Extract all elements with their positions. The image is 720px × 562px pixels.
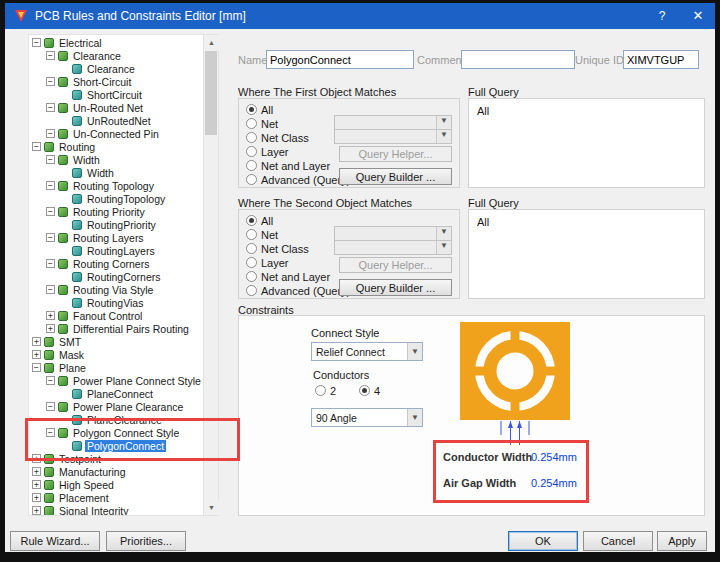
tree-item[interactable]: UnRoutedNet <box>29 114 203 127</box>
tree-item[interactable]: PlaneClearance <box>29 413 203 426</box>
radio-advanced-query[interactable] <box>246 174 257 185</box>
tree-item[interactable]: +High Speed <box>29 478 203 491</box>
radio-net-and-layer[interactable] <box>246 271 257 282</box>
radio-net-class[interactable] <box>246 132 257 143</box>
expand-icon[interactable]: + <box>46 311 55 320</box>
match1-option-layer[interactable]: Layer <box>246 145 289 158</box>
radio-advanced-query[interactable] <box>246 285 257 296</box>
radio-net[interactable] <box>246 229 257 240</box>
tree-item[interactable]: −Routing Via Style <box>29 283 203 296</box>
expand-icon[interactable]: + <box>32 480 41 489</box>
angle-combo[interactable]: 90 Angle ▼ <box>311 408 423 427</box>
help-button[interactable]: ? <box>645 3 679 29</box>
radio-net[interactable] <box>246 118 257 129</box>
tree-item[interactable]: +Testpoint <box>29 452 203 465</box>
unique-id-input[interactable] <box>623 50 699 69</box>
match1-option-netandlayer[interactable]: Net and Layer <box>246 159 330 172</box>
tree-item[interactable]: +Placement <box>29 491 203 504</box>
match1-option-netclass[interactable]: Net Class <box>246 131 309 144</box>
collapse-icon[interactable]: − <box>46 103 55 112</box>
radio-conductors-4[interactable] <box>359 385 370 396</box>
match1-option-advanced[interactable]: Advanced (Query) <box>246 173 350 186</box>
collapse-icon[interactable]: − <box>32 363 41 372</box>
tree-item[interactable]: Width <box>29 166 203 179</box>
tree-item[interactable]: RoutingVias <box>29 296 203 309</box>
tree-item[interactable]: +Mask <box>29 348 203 361</box>
collapse-icon[interactable]: − <box>46 233 55 242</box>
rule-wizard-button[interactable]: Rule Wizard... <box>10 531 100 551</box>
tree-item[interactable]: Clearance <box>29 62 203 75</box>
query-builder-button[interactable]: Query Builder ... <box>339 168 452 185</box>
tree-item[interactable]: −Un-Connected Pin <box>29 127 203 140</box>
collapse-icon[interactable]: − <box>46 181 55 190</box>
collapse-icon[interactable]: − <box>46 402 55 411</box>
conductors-4-option[interactable]: 4 <box>359 384 380 397</box>
close-button[interactable]: ✕ <box>681 3 715 29</box>
conductors-2-option[interactable]: 2 <box>315 384 336 397</box>
tree-item[interactable]: −Short-Circuit <box>29 75 203 88</box>
collapse-icon[interactable]: − <box>46 129 55 138</box>
expand-icon[interactable]: + <box>46 324 55 333</box>
query-builder-button[interactable]: Query Builder ... <box>339 279 452 296</box>
cancel-button[interactable]: Cancel <box>583 531 653 551</box>
match2-option-advanced[interactable]: Advanced (Query) <box>246 284 350 297</box>
match2-option-netandlayer[interactable]: Net and Layer <box>246 270 330 283</box>
tree-item[interactable]: RoutingPriority <box>29 218 203 231</box>
collapse-icon[interactable]: − <box>46 51 55 60</box>
tree-item[interactable]: −Clearance <box>29 49 203 62</box>
match1-option-net[interactable]: Net <box>246 117 278 130</box>
tree-item[interactable]: −Power Plane Connect Style <box>29 374 203 387</box>
expand-icon[interactable]: + <box>32 467 41 476</box>
collapse-icon[interactable]: − <box>32 142 41 151</box>
collapse-icon[interactable]: − <box>46 155 55 164</box>
tree-item[interactable]: −Electrical <box>29 36 203 49</box>
connect-style-combo[interactable]: Relief Connect ▼ <box>311 342 423 361</box>
tree-item[interactable]: PolygonConnect <box>29 439 203 452</box>
tree-item[interactable]: −Power Plane Clearance <box>29 400 203 413</box>
tree-scrollbar[interactable]: ▲ ▼ <box>203 35 218 515</box>
expand-icon[interactable]: + <box>32 506 41 515</box>
expand-icon[interactable]: + <box>32 350 41 359</box>
expand-icon[interactable]: + <box>32 454 41 463</box>
expand-icon[interactable]: + <box>32 493 41 502</box>
collapse-icon[interactable]: − <box>46 376 55 385</box>
match2-option-layer[interactable]: Layer <box>246 256 289 269</box>
match2-option-net[interactable]: Net <box>246 228 278 241</box>
priorities-button[interactable]: Priorities... <box>106 531 186 551</box>
scroll-down-icon[interactable]: ▼ <box>204 500 219 515</box>
tree-item[interactable]: +Differential Pairs Routing <box>29 322 203 335</box>
tree-item[interactable]: RoutingLayers <box>29 244 203 257</box>
tree-item[interactable]: ShortCircuit <box>29 88 203 101</box>
name-input[interactable] <box>266 50 414 69</box>
radio-all[interactable] <box>246 215 257 226</box>
air-gap-width-value[interactable]: 0.254mm <box>531 476 577 490</box>
tree-item[interactable]: +Fanout Control <box>29 309 203 322</box>
tree-item[interactable]: +SMT <box>29 335 203 348</box>
tree-item[interactable]: −Polygon Connect Style <box>29 426 203 439</box>
expand-icon[interactable]: + <box>32 337 41 346</box>
ok-button[interactable]: OK <box>508 531 578 551</box>
tree-item[interactable]: −Routing Layers <box>29 231 203 244</box>
apply-button[interactable]: Apply <box>657 531 707 551</box>
scrollbar-thumb[interactable] <box>205 51 217 135</box>
collapse-icon[interactable]: − <box>46 207 55 216</box>
radio-layer[interactable] <box>246 257 257 268</box>
tree-item[interactable]: −Plane <box>29 361 203 374</box>
comment-input[interactable] <box>461 50 575 69</box>
tree-item[interactable]: +Manufacturing <box>29 465 203 478</box>
collapse-icon[interactable]: − <box>32 38 41 47</box>
tree-item[interactable]: −Routing Priority <box>29 205 203 218</box>
tree-item[interactable]: −Un-Routed Net <box>29 101 203 114</box>
tree-item[interactable]: +Signal Integrity <box>29 504 203 515</box>
tree-item[interactable]: −Routing Topology <box>29 179 203 192</box>
tree-item[interactable]: PlaneConnect <box>29 387 203 400</box>
tree-item[interactable]: −Width <box>29 153 203 166</box>
match1-option-all[interactable]: All <box>246 103 273 116</box>
collapse-icon[interactable]: − <box>46 428 55 437</box>
radio-net-and-layer[interactable] <box>246 160 257 171</box>
tree-item[interactable]: −Routing Corners <box>29 257 203 270</box>
radio-net-class[interactable] <box>246 243 257 254</box>
match2-option-all[interactable]: All <box>246 214 273 227</box>
radio-layer[interactable] <box>246 146 257 157</box>
match2-option-netclass[interactable]: Net Class <box>246 242 309 255</box>
